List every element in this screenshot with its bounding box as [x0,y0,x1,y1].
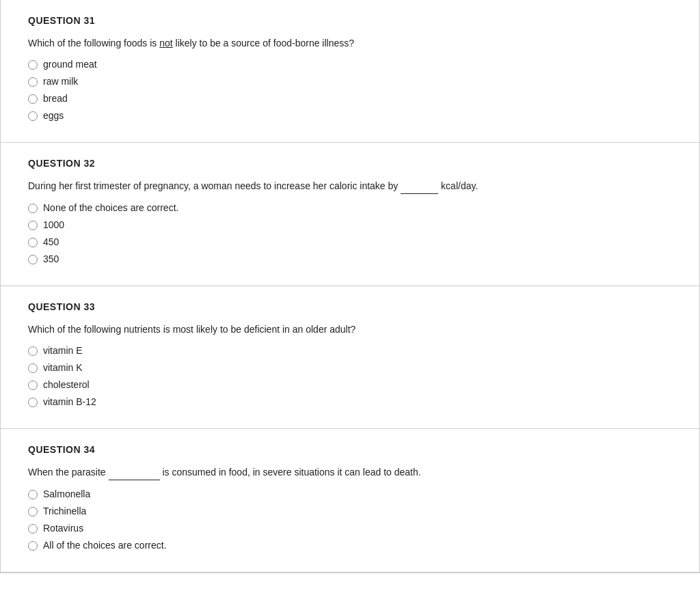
question-31-text: Which of the following foods is not like… [28,36,672,51]
radio-icon[interactable] [28,204,38,213]
question-34-title: QUESTION 34 [28,443,672,457]
question-33-block: QUESTION 33 Which of the following nutri… [1,286,699,429]
blank-field [401,179,438,194]
option-label: vitamin E [43,344,83,358]
option-label: Salmonella [43,487,90,501]
page-container: QUESTION 31 Which of the following foods… [0,0,700,573]
list-item[interactable]: 1000 [28,218,672,232]
radio-icon[interactable] [28,221,38,230]
question-31-title: QUESTION 31 [28,14,672,28]
option-label: 1000 [43,218,64,232]
radio-icon[interactable] [28,111,38,121]
radio-icon[interactable] [28,77,38,87]
list-item[interactable]: 350 [28,252,672,266]
list-item[interactable]: raw milk [28,74,672,89]
question-34-block: QUESTION 34 When the parasite is consume… [1,429,699,573]
list-item[interactable]: bread [28,92,672,106]
question-34-options: Salmonella Trichinella Rotavirus All of … [28,487,672,553]
underline-not: not [159,38,172,49]
question-33-text: Which of the following nutrients is most… [28,322,672,337]
radio-icon[interactable] [28,524,38,534]
list-item[interactable]: Salmonella [28,487,672,501]
radio-icon[interactable] [28,60,38,70]
option-label: Trichinella [43,504,86,519]
option-label: vitamin B-12 [43,395,96,409]
radio-icon[interactable] [28,507,38,516]
blank-field-parasite [109,465,160,480]
radio-icon[interactable] [28,490,38,499]
option-label: raw milk [43,74,78,89]
question-31-options: ground meat raw milk bread eggs [28,57,672,123]
question-34-text: When the parasite is consumed in food, i… [28,465,672,480]
list-item[interactable]: vitamin E [28,344,672,358]
option-label: None of the choices are correct. [43,201,178,215]
option-label: 350 [43,252,59,266]
question-32-options: None of the choices are correct. 1000 45… [28,201,672,266]
list-item[interactable]: cholesterol [28,378,672,392]
list-item[interactable]: vitamin B-12 [28,395,672,409]
radio-icon[interactable] [28,363,38,373]
list-item[interactable]: ground meat [28,57,672,72]
question-33-options: vitamin E vitamin K cholesterol vitamin … [28,344,672,409]
radio-icon[interactable] [28,381,38,390]
radio-icon[interactable] [28,238,38,247]
list-item[interactable]: Rotavirus [28,521,672,536]
option-label: 450 [43,235,59,249]
option-label: bread [43,92,68,106]
list-item[interactable]: 450 [28,235,672,249]
question-31-block: QUESTION 31 Which of the following foods… [1,0,699,143]
option-label: ground meat [43,57,97,72]
radio-icon[interactable] [28,541,38,551]
option-label: cholesterol [43,378,90,392]
list-item[interactable]: All of the choices are correct. [28,538,672,553]
radio-icon[interactable] [28,346,38,356]
question-32-title: QUESTION 32 [28,156,672,171]
option-label: vitamin K [43,361,83,375]
question-33-title: QUESTION 33 [28,300,672,314]
option-label: All of the choices are correct. [43,538,167,553]
list-item[interactable]: None of the choices are correct. [28,201,672,215]
radio-icon[interactable] [28,255,38,264]
list-item[interactable]: vitamin K [28,361,672,375]
list-item[interactable]: Trichinella [28,504,672,519]
list-item[interactable]: eggs [28,109,672,123]
option-label: Rotavirus [43,521,83,536]
radio-icon[interactable] [28,398,38,407]
option-label: eggs [43,109,64,123]
radio-icon[interactable] [28,94,38,104]
question-32-text: During her first trimester of pregnancy,… [28,179,672,194]
question-32-block: QUESTION 32 During her first trimester o… [1,143,699,286]
